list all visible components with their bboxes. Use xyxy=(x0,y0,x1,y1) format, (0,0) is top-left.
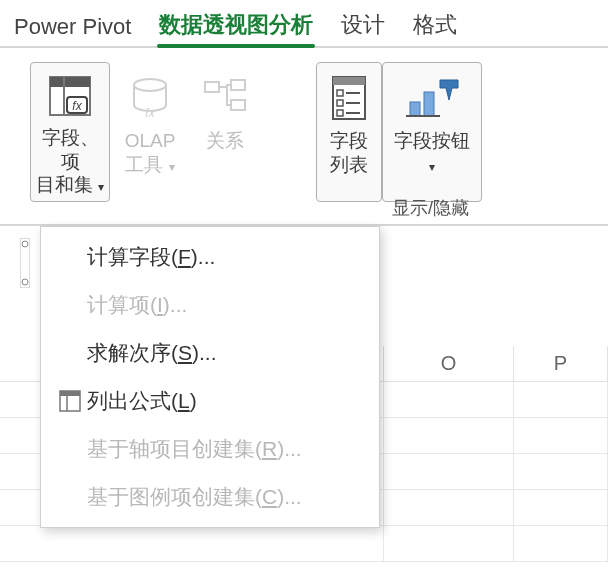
field-buttons-icon xyxy=(404,69,460,127)
menu-item-label: 基于图例项创建集(C)... xyxy=(87,483,302,511)
fields-items-sets-menu: 计算字段(F)... 计算项(I)... 求解次序(S)... 列出公式(L) … xyxy=(40,226,380,528)
tab-design[interactable]: 设计 xyxy=(339,6,387,46)
field-list-label: 字段 列表 xyxy=(330,129,368,177)
list-formulas-icon xyxy=(53,390,87,412)
column-header-P[interactable]: P xyxy=(514,346,608,382)
field-buttons-button[interactable]: 字段按钮 ▾ xyxy=(382,62,482,202)
svg-rect-7 xyxy=(205,82,219,92)
svg-point-5 xyxy=(134,79,166,91)
menu-item-label: 求解次序(S)... xyxy=(87,339,217,367)
relations-icon xyxy=(203,69,247,127)
menu-item-label: 基于轴项目创建集(R)... xyxy=(87,435,302,463)
olap-tools-icon: fx xyxy=(128,69,172,127)
svg-point-22 xyxy=(22,241,28,247)
svg-text:fx: fx xyxy=(72,99,82,113)
menu-item-label: 计算项(I)... xyxy=(87,291,187,319)
svg-rect-1 xyxy=(50,77,90,87)
menu-item-create-set-axis: 基于轴项目创建集(R)... xyxy=(41,425,379,473)
olap-tools-label: OLAP 工具 ▾ xyxy=(125,129,176,177)
menu-item-calculated-item: 计算项(I)... xyxy=(41,281,379,329)
svg-rect-25 xyxy=(60,391,80,396)
chevron-down-icon: ▾ xyxy=(429,160,435,174)
menu-item-calculated-field[interactable]: 计算字段(F)... xyxy=(41,233,379,281)
svg-rect-9 xyxy=(231,100,245,110)
menu-item-label: 列出公式(L) xyxy=(87,387,197,415)
chevron-down-icon: ▾ xyxy=(169,160,175,174)
fields-items-sets-icon: fx xyxy=(47,69,93,124)
field-list-button[interactable]: 字段 列表 xyxy=(316,62,382,202)
tab-format[interactable]: 格式 xyxy=(411,6,459,46)
svg-rect-18 xyxy=(410,102,420,116)
ribbon-tabbar: Power Pivot 数据透视图分析 设计 格式 xyxy=(0,0,608,48)
fields-items-sets-label: 字段、项 目和集 ▾ xyxy=(33,126,107,197)
column-header-O[interactable]: O xyxy=(384,346,514,382)
olap-tools-button: fx OLAP 工具 ▾ xyxy=(110,62,190,202)
relations-label: 关系 xyxy=(206,129,244,153)
ribbon-group-calculations: fx 字段、项 目和集 ▾ fx OLAP 工具 ▾ xyxy=(30,62,260,202)
field-buttons-label: 字段按钮 ▾ xyxy=(394,129,470,177)
tab-power-pivot[interactable]: Power Pivot xyxy=(12,10,133,46)
svg-rect-8 xyxy=(231,80,245,90)
tab-pivotchart-analyze[interactable]: 数据透视图分析 xyxy=(157,6,315,46)
svg-point-23 xyxy=(22,279,28,285)
ribbon-group-caption-showhide: 显示/隐藏 xyxy=(392,196,469,220)
ribbon-group-showhide: 字段 列表 字段按钮 ▾ xyxy=(316,62,482,202)
fields-items-sets-button[interactable]: fx 字段、项 目和集 ▾ xyxy=(30,62,110,202)
relations-button: 关系 xyxy=(190,62,260,202)
chevron-down-icon: ▾ xyxy=(98,180,104,194)
svg-text:fx: fx xyxy=(145,106,155,120)
menu-item-solve-order[interactable]: 求解次序(S)... xyxy=(41,329,379,377)
menu-item-list-formulas[interactable]: 列出公式(L) xyxy=(41,377,379,425)
embedded-chart-edge[interactable] xyxy=(20,238,30,288)
menu-item-label: 计算字段(F)... xyxy=(87,243,215,271)
menu-item-create-set-legend: 基于图例项创建集(C)... xyxy=(41,473,379,521)
svg-rect-19 xyxy=(424,92,434,116)
ribbon: fx 字段、项 目和集 ▾ fx OLAP 工具 ▾ xyxy=(0,48,608,226)
svg-rect-11 xyxy=(333,77,365,85)
field-list-icon xyxy=(330,69,368,127)
